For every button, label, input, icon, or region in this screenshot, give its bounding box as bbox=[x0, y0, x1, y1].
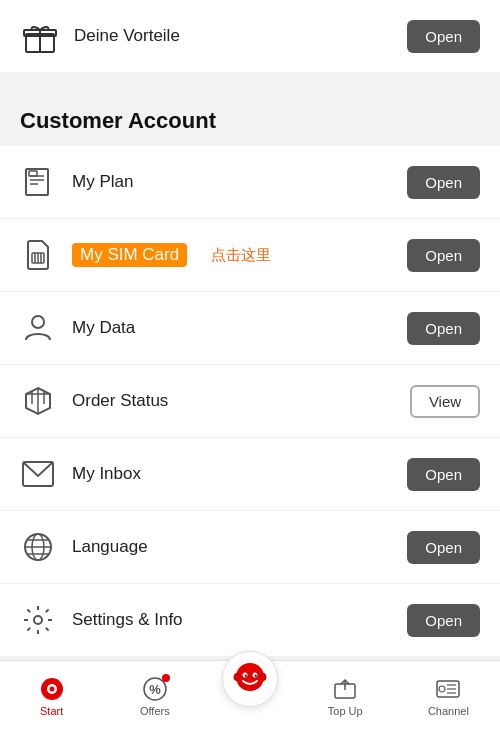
menu-item-language[interactable]: Language Open bbox=[0, 511, 500, 584]
menu-item-my-sim-card[interactable]: My SIM Card 点击这里 Open bbox=[0, 219, 500, 292]
sim-card-icon bbox=[20, 237, 56, 273]
banner-left: Deine Vorteile bbox=[20, 16, 180, 56]
order-status-button[interactable]: View bbox=[410, 385, 480, 418]
click-hint: 点击这里 bbox=[211, 246, 271, 265]
svg-point-28 bbox=[236, 663, 264, 691]
channel-icon bbox=[435, 676, 461, 702]
menu-item-left-order: Order Status bbox=[20, 383, 168, 419]
menu-card: My Plan Open My SIM Card 点击这里 bbox=[0, 146, 500, 656]
top-banner: Deine Vorteile Open bbox=[0, 0, 500, 72]
menu-item-left-sim: My SIM Card 点击这里 bbox=[20, 237, 271, 273]
person-icon bbox=[20, 310, 56, 346]
settings-info-label: Settings & Info bbox=[72, 610, 183, 630]
channel-label: Channel bbox=[428, 705, 469, 717]
menu-item-left-language: Language bbox=[20, 529, 148, 565]
my-data-label: My Data bbox=[72, 318, 135, 338]
gift-icon bbox=[20, 16, 60, 56]
banner-label: Deine Vorteile bbox=[74, 26, 180, 46]
menu-item-settings-info[interactable]: Settings & Info Open bbox=[0, 584, 500, 656]
menu-item-left: My Plan bbox=[20, 164, 133, 200]
start-icon bbox=[39, 676, 65, 702]
svg-point-38 bbox=[439, 686, 445, 692]
order-status-label: Order Status bbox=[72, 391, 168, 411]
svg-point-33 bbox=[234, 673, 239, 680]
plan-icon bbox=[20, 164, 56, 200]
banner-open-button[interactable]: Open bbox=[407, 20, 480, 53]
menu-item-left-inbox: My Inbox bbox=[20, 456, 141, 492]
svg-point-32 bbox=[255, 674, 257, 676]
svg-point-23 bbox=[34, 616, 42, 624]
nav-item-offers[interactable]: % Offers bbox=[103, 672, 206, 721]
svg-point-31 bbox=[245, 674, 247, 676]
offers-label: Offers bbox=[140, 705, 170, 717]
svg-point-12 bbox=[32, 316, 44, 328]
nav-item-channel[interactable]: Channel bbox=[397, 672, 500, 721]
envelope-icon bbox=[20, 456, 56, 492]
nav-item-start[interactable]: Start bbox=[0, 672, 103, 721]
globe-icon bbox=[20, 529, 56, 565]
settings-icon bbox=[20, 602, 56, 638]
nav-item-home[interactable] bbox=[206, 651, 293, 707]
settings-info-button[interactable]: Open bbox=[407, 604, 480, 637]
menu-item-my-inbox[interactable]: My Inbox Open bbox=[0, 438, 500, 511]
my-inbox-label: My Inbox bbox=[72, 464, 141, 484]
offers-icon: % bbox=[142, 676, 168, 702]
language-button[interactable]: Open bbox=[407, 531, 480, 564]
top-up-icon bbox=[332, 676, 358, 702]
nav-item-top-up[interactable]: Top Up bbox=[294, 672, 397, 721]
top-up-label: Top Up bbox=[328, 705, 363, 717]
language-label: Language bbox=[72, 537, 148, 557]
my-sim-card-label: My SIM Card bbox=[72, 243, 187, 267]
my-plan-label: My Plan bbox=[72, 172, 133, 192]
box-icon bbox=[20, 383, 56, 419]
svg-point-25 bbox=[49, 687, 54, 692]
my-inbox-button[interactable]: Open bbox=[407, 458, 480, 491]
home-icon bbox=[222, 651, 278, 707]
svg-point-34 bbox=[261, 673, 266, 680]
scroll-area[interactable]: Deine Vorteile Open Customer Account My … bbox=[0, 0, 500, 660]
menu-item-left-data: My Data bbox=[20, 310, 135, 346]
menu-item-my-data[interactable]: My Data Open bbox=[0, 292, 500, 365]
menu-item-left-settings: Settings & Info bbox=[20, 602, 183, 638]
start-label: Start bbox=[40, 705, 63, 717]
my-plan-button[interactable]: Open bbox=[407, 166, 480, 199]
menu-item-my-plan[interactable]: My Plan Open bbox=[0, 146, 500, 219]
bottom-nav: Start % Offers bbox=[0, 660, 500, 732]
section-title: Customer Account bbox=[0, 88, 500, 146]
svg-text:%: % bbox=[149, 682, 161, 697]
svg-rect-7 bbox=[29, 171, 37, 176]
menu-item-order-status[interactable]: Order Status View bbox=[0, 365, 500, 438]
my-sim-card-button[interactable]: Open bbox=[407, 239, 480, 272]
my-data-button[interactable]: Open bbox=[407, 312, 480, 345]
